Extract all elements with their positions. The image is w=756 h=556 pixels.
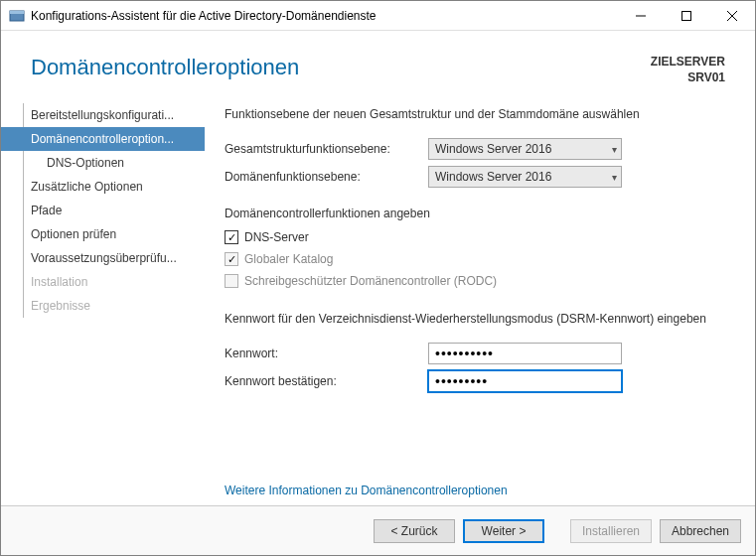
next-button[interactable]: Weiter > — [463, 519, 544, 543]
target-server-name: SRV01 — [651, 70, 725, 86]
maximize-button[interactable] — [664, 1, 709, 30]
target-server-box: ZIELSERVER SRV01 — [651, 55, 725, 85]
back-button[interactable]: < Zurück — [374, 519, 455, 543]
target-server-label: ZIELSERVER — [651, 55, 725, 70]
content-pane: Funktionsebene der neuen Gesamtstruktur … — [205, 95, 755, 505]
cancel-button[interactable]: Abbrechen — [660, 519, 741, 543]
confirm-password-label: Kennwort bestätigen: — [225, 374, 428, 388]
footer: < Zurück Weiter > Installieren Abbrechen — [1, 505, 755, 555]
chevron-down-icon: ▾ — [612, 172, 617, 183]
sidebar-item-dns[interactable]: DNS-Optionen — [1, 151, 205, 175]
sidebar-item-installation: Installation — [1, 270, 205, 294]
rodc-label: Schreibgeschützter Domänencontroller (RO… — [244, 274, 497, 288]
forest-level-dropdown[interactable]: Windows Server 2016 ▾ — [428, 138, 622, 160]
more-info-link[interactable]: Weitere Informationen zu Domänencontroll… — [225, 484, 508, 497]
global-catalog-checkbox — [225, 252, 238, 266]
svg-rect-1 — [10, 11, 24, 14]
sidebar: Bereitstellungskonfigurati... Domänencon… — [1, 95, 205, 505]
confirm-password-input[interactable] — [428, 370, 622, 392]
password-input[interactable] — [428, 343, 622, 364]
window-title: Konfigurations-Assistent für die Active … — [31, 9, 618, 23]
capabilities-label: Domänencontrollerfunktionen angeben — [225, 207, 735, 220]
install-button: Installieren — [570, 519, 652, 543]
chevron-down-icon: ▾ — [612, 144, 617, 155]
sidebar-item-dcoptions[interactable]: Domänencontrolleroption... — [1, 127, 205, 151]
title-bar: Konfigurations-Assistent für die Active … — [1, 1, 755, 31]
svg-rect-3 — [682, 11, 691, 20]
domain-level-label: Domänenfunktionsebene: — [225, 170, 428, 184]
password-label: Kennwort: — [225, 347, 428, 360]
page-title: Domänencontrolleroptionen — [31, 55, 651, 80]
close-button[interactable] — [709, 1, 755, 30]
header: Domänencontrolleroptionen ZIELSERVER SRV… — [1, 31, 755, 95]
rodc-checkbox — [225, 274, 238, 288]
dns-server-label: DNS-Server — [244, 230, 309, 244]
sidebar-item-deployment[interactable]: Bereitstellungskonfigurati... — [1, 103, 205, 127]
sidebar-item-additional[interactable]: Zusätzliche Optionen — [1, 175, 205, 199]
dsrm-instruction: Kennwort für den Verzeichnisdienst-Wiede… — [225, 312, 735, 326]
sidebar-item-prereq[interactable]: Voraussetzungsüberprüfu... — [1, 246, 205, 270]
sidebar-item-results: Ergebnisse — [1, 294, 205, 318]
domain-level-dropdown[interactable]: Windows Server 2016 ▾ — [428, 166, 622, 188]
wizard-window: Konfigurations-Assistent für die Active … — [0, 0, 756, 556]
app-icon — [9, 8, 25, 24]
dns-server-checkbox[interactable] — [225, 230, 238, 244]
functional-level-instruction: Funktionsebene der neuen Gesamtstruktur … — [225, 107, 735, 121]
sidebar-item-paths[interactable]: Pfade — [1, 199, 205, 222]
forest-level-label: Gesamtstrukturfunktionsebene: — [225, 142, 428, 156]
global-catalog-label: Globaler Katalog — [244, 252, 333, 266]
sidebar-item-review[interactable]: Optionen prüfen — [1, 222, 205, 246]
minimize-button[interactable] — [618, 1, 664, 30]
body: Bereitstellungskonfigurati... Domänencon… — [1, 95, 755, 505]
window-controls — [618, 1, 755, 30]
